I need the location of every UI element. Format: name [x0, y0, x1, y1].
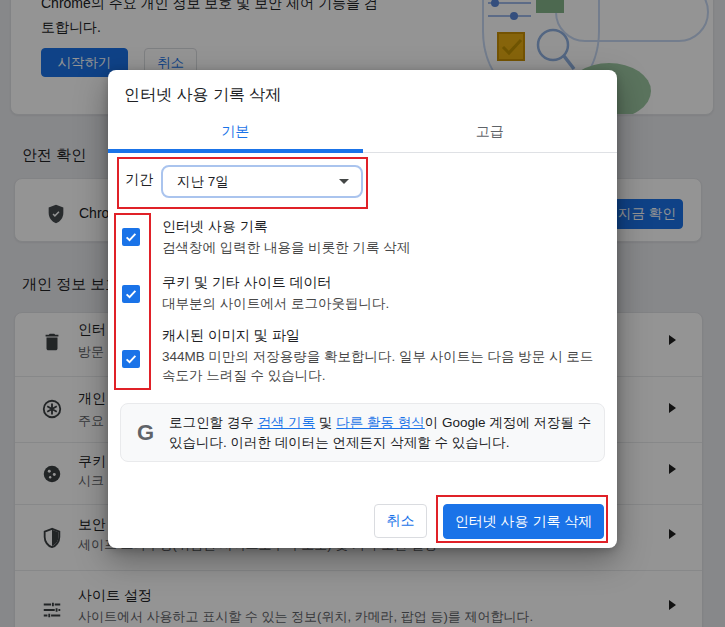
notice-text: 로그인할 경우 [169, 415, 258, 430]
checkbox-subtitle: 검색창에 입력한 내용을 비롯한 기록 삭제 [162, 238, 410, 257]
tab-basic[interactable]: 기본 [108, 112, 363, 152]
google-account-notice: G 로그인할 경우 검색 기록 및 다른 활동 형식이 Google 계정에 저… [120, 403, 605, 462]
time-range-value: 지난 7일 [177, 173, 339, 191]
checkbox-title: 인터넷 사용 기록 [162, 218, 268, 236]
check-icon [124, 352, 138, 366]
checkbox-subtitle: 344MB 미만의 저장용량을 확보합니다. 일부 사이트는 다음 방문 시 로… [162, 347, 599, 385]
cached-images-checkbox[interactable] [122, 350, 140, 368]
time-range-label: 기간 [125, 171, 153, 189]
chrome-settings-screen: Chrome의 주요 개인 정보 보호 및 보안 제어 기능을 검토합니다. 시… [0, 0, 725, 627]
caret-down-icon [339, 179, 349, 184]
check-icon [124, 230, 138, 244]
dialog-title: 인터넷 사용 기록 삭제 [124, 85, 281, 106]
browsing-history-checkbox[interactable] [122, 228, 140, 246]
other-activity-link[interactable]: 다른 활동 형식 [336, 415, 425, 430]
tab-advanced[interactable]: 고급 [363, 112, 618, 152]
dialog-cancel-button[interactable]: 취소 [374, 504, 427, 538]
google-g-icon: G [137, 420, 154, 446]
clear-browsing-data-dialog: 인터넷 사용 기록 삭제 기본 고급 기간 지난 7일 인터넷 사용 기록 검색… [108, 70, 617, 548]
check-icon [124, 287, 138, 301]
checkbox-subtitle: 대부분의 사이트에서 로그아웃됩니다. [162, 294, 389, 313]
notice-text: 및 [315, 415, 336, 430]
dialog-tabs: 기본 고급 [108, 112, 617, 153]
google-notice-text: 로그인할 경우 검색 기록 및 다른 활동 형식이 Google 계정에 저장될… [169, 413, 593, 453]
checkbox-title: 쿠키 및 기타 사이트 데이터 [162, 274, 332, 292]
search-history-link[interactable]: 검색 기록 [258, 415, 316, 430]
time-range-select[interactable]: 지난 7일 [161, 165, 363, 198]
checkbox-title: 캐시된 이미지 및 파일 [162, 327, 300, 345]
cookies-checkbox[interactable] [122, 285, 140, 303]
clear-data-button[interactable]: 인터넷 사용 기록 삭제 [443, 504, 604, 539]
